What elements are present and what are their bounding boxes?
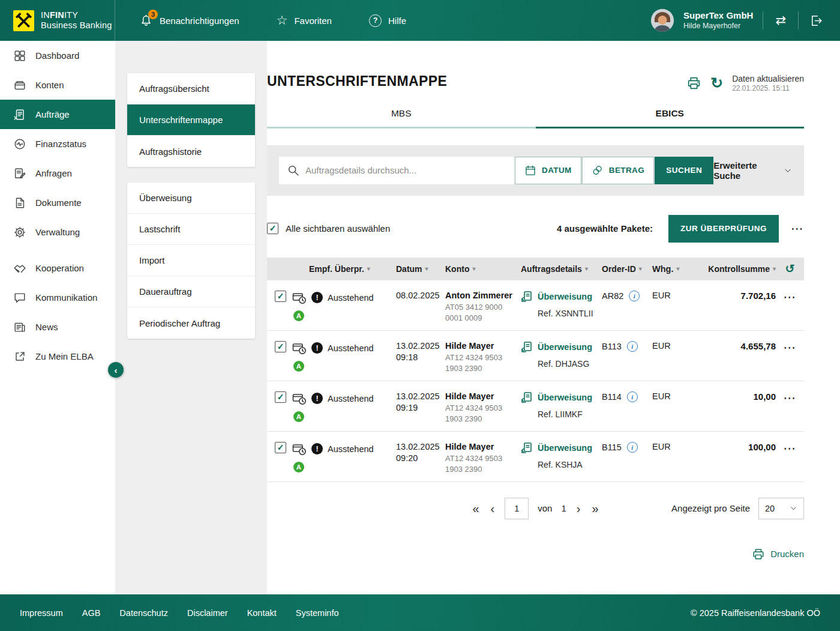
sidebar-item-konten[interactable]: Konten bbox=[0, 70, 115, 100]
column-konto[interactable]: Konto▾ bbox=[445, 264, 521, 274]
tab-ebics[interactable]: EBICS bbox=[536, 108, 805, 128]
row-actions-menu-icon[interactable]: ⋯ bbox=[784, 291, 797, 303]
info-icon[interactable]: i bbox=[627, 442, 638, 453]
help-button[interactable]: ? Hilfe bbox=[369, 14, 406, 27]
search-input[interactable] bbox=[279, 157, 514, 184]
column-auftragsdetails[interactable]: Auftragsdetails▾ bbox=[521, 264, 602, 274]
next-page-icon[interactable]: › bbox=[575, 503, 582, 515]
footer-link-agb[interactable]: AGB bbox=[82, 608, 101, 618]
avatar[interactable] bbox=[651, 9, 674, 32]
submenu-item-import[interactable]: Import bbox=[127, 245, 255, 276]
authorization-badge: A bbox=[293, 361, 304, 372]
info-icon[interactable]: i bbox=[629, 291, 640, 301]
sidebar-item-finanzstatus[interactable]: Finanzstatus bbox=[0, 129, 115, 159]
review-button[interactable]: ZUR ÜBERPRÜFUNG bbox=[668, 215, 779, 243]
print-action[interactable]: Drucken bbox=[267, 548, 804, 561]
row-actions-menu-icon[interactable]: ⋯ bbox=[784, 391, 797, 404]
column-whg[interactable]: Whg.▾ bbox=[652, 264, 687, 274]
chevron-left-icon: ‹ bbox=[115, 365, 118, 375]
footer-link-systeminfo[interactable]: Systeminfo bbox=[296, 608, 339, 618]
order-type-link[interactable]: Überweisung bbox=[538, 342, 592, 352]
column-label: Konto bbox=[445, 264, 469, 274]
footer-link-disclaimer[interactable]: Disclaimer bbox=[187, 608, 228, 618]
submenu-item-auftragsuebersicht[interactable]: Auftragsübersicht bbox=[127, 73, 255, 104]
row-checkbox[interactable]: ✓ bbox=[275, 391, 286, 403]
sidebar-item-label: Konten bbox=[35, 80, 64, 90]
refresh-icon[interactable]: ↻ bbox=[710, 76, 723, 91]
row-checkbox[interactable]: ✓ bbox=[275, 291, 286, 302]
more-options-icon[interactable]: ⋯ bbox=[791, 222, 804, 235]
row-checkbox[interactable]: ✓ bbox=[275, 341, 286, 352]
logout-icon[interactable] bbox=[808, 14, 824, 28]
info-icon[interactable]: i bbox=[627, 391, 638, 402]
footer-link-impressum[interactable]: Impressum bbox=[20, 608, 63, 618]
main-content: UNTERSCHRIFTENMAPPE ↻ Daten aktualisiere… bbox=[267, 41, 840, 594]
refresh-info[interactable]: Daten aktualisieren 22.01.2025. 15:11 bbox=[732, 73, 804, 94]
sidebar-item-kooperation[interactable]: Kooperation bbox=[0, 253, 115, 283]
recipient-check-icon bbox=[292, 341, 307, 355]
submenu-item-periodischer-auftrag[interactable]: Periodischer Auftrag bbox=[127, 307, 255, 339]
sidebar-item-news[interactable]: News bbox=[0, 312, 115, 342]
footer-link-datenschutz[interactable]: Datenschutz bbox=[119, 608, 168, 618]
footer-link-kontakt[interactable]: Kontakt bbox=[247, 608, 277, 618]
sidebar-gap bbox=[0, 247, 115, 253]
check-icon: ✓ bbox=[277, 292, 284, 300]
switch-account-icon[interactable]: ⇄ bbox=[773, 13, 788, 28]
brand-line2: Business Banking bbox=[41, 20, 112, 30]
column-label: Kontrollsumme bbox=[708, 264, 770, 274]
user-menu[interactable]: SuperTex GmbH Hilde Mayerhofer bbox=[683, 10, 753, 31]
order-type-link[interactable]: Überweisung bbox=[538, 443, 592, 453]
info-icon[interactable]: i bbox=[627, 341, 638, 352]
order-type-link[interactable]: Überweisung bbox=[538, 393, 592, 402]
column-order-id[interactable]: Order-ID▾ bbox=[602, 264, 652, 274]
row-checkbox[interactable]: ✓ bbox=[275, 442, 286, 453]
submenu-item-ueberweisung[interactable]: Überweisung bbox=[127, 183, 255, 214]
sidebar-item-anfragen[interactable]: Anfragen bbox=[0, 159, 115, 188]
sidebar-item-dashboard[interactable]: Dashboard bbox=[0, 41, 115, 70]
column-kontrollsumme[interactable]: Kontrollsumme▾ bbox=[708, 264, 776, 274]
select-all-checkbox[interactable]: ✓ bbox=[267, 223, 278, 234]
raiffeisen-logo-icon bbox=[13, 10, 34, 31]
submenu-item-dauerauftrag[interactable]: Dauerauftrag bbox=[127, 276, 255, 307]
submenu-item-label: Import bbox=[139, 255, 165, 265]
submenu-item-unterschriftenmappe[interactable]: Unterschriftenmappe bbox=[127, 104, 255, 136]
row-actions-menu-icon[interactable]: ⋯ bbox=[784, 341, 797, 354]
submenu-item-lastschrift[interactable]: Lastschrift bbox=[127, 214, 255, 245]
amount-filter-button[interactable]: BETRAG bbox=[582, 157, 654, 184]
search-button[interactable]: SUCHEN bbox=[655, 157, 713, 184]
brand[interactable]: INFINITY Business Banking bbox=[0, 0, 115, 41]
order-type-link[interactable]: Überweisung bbox=[538, 292, 592, 301]
recipient-check-icon bbox=[292, 442, 307, 456]
advanced-search-toggle[interactable]: Erweiterte Suche bbox=[713, 160, 792, 181]
table-row: ✓ ! Ausstehend A 13.02.2025 09:19 Hilde … bbox=[267, 381, 804, 432]
last-page-icon[interactable]: » bbox=[590, 503, 599, 515]
help-label: Hilfe bbox=[388, 16, 406, 26]
per-page-select[interactable]: 20 bbox=[758, 498, 804, 519]
transfer-document-icon bbox=[521, 391, 533, 403]
notifications-button[interactable]: 3 Benachrichtigungen bbox=[139, 14, 239, 28]
table-refresh-icon[interactable]: ↺ bbox=[785, 263, 795, 274]
row-actions-menu-icon[interactable]: ⋯ bbox=[784, 442, 797, 454]
sidebar-item-auftraege[interactable]: Aufträge bbox=[0, 100, 115, 129]
sidebar-collapse-button[interactable]: ‹ bbox=[108, 362, 124, 378]
sidebar-item-kommunikation[interactable]: Kommunikation bbox=[0, 283, 115, 312]
orders-icon bbox=[13, 108, 26, 121]
favorites-button[interactable]: ☆ Favoriten bbox=[277, 15, 332, 26]
sidebar-item-verwaltung[interactable]: Verwaltung bbox=[0, 217, 115, 247]
print-icon[interactable] bbox=[686, 76, 701, 91]
submenu-item-label: Auftragsübersicht bbox=[139, 83, 209, 94]
sidebar-item-zu-mein-elba[interactable]: Zu Mein ELBA bbox=[0, 342, 115, 371]
current-page-input[interactable]: 1 bbox=[505, 498, 529, 519]
prev-page-icon[interactable]: ‹ bbox=[490, 503, 496, 515]
sort-icon: ▾ bbox=[676, 265, 679, 272]
tab-mbs[interactable]: MBS bbox=[267, 108, 536, 128]
column-datum[interactable]: Datum▾ bbox=[396, 264, 445, 274]
row-currency: EUR bbox=[652, 442, 687, 451]
date-filter-button[interactable]: DATUM bbox=[515, 157, 581, 184]
submenu-item-auftragshistorie[interactable]: Auftragshistorie bbox=[127, 136, 255, 167]
row-date: 13.02.2025 bbox=[396, 391, 445, 401]
external-link-icon bbox=[13, 350, 26, 363]
sidebar-item-dokumente[interactable]: Dokumente bbox=[0, 188, 115, 217]
first-page-icon[interactable]: « bbox=[471, 503, 480, 515]
column-empf-ueberpr[interactable]: Empf. Überpr.▾ bbox=[292, 264, 396, 274]
